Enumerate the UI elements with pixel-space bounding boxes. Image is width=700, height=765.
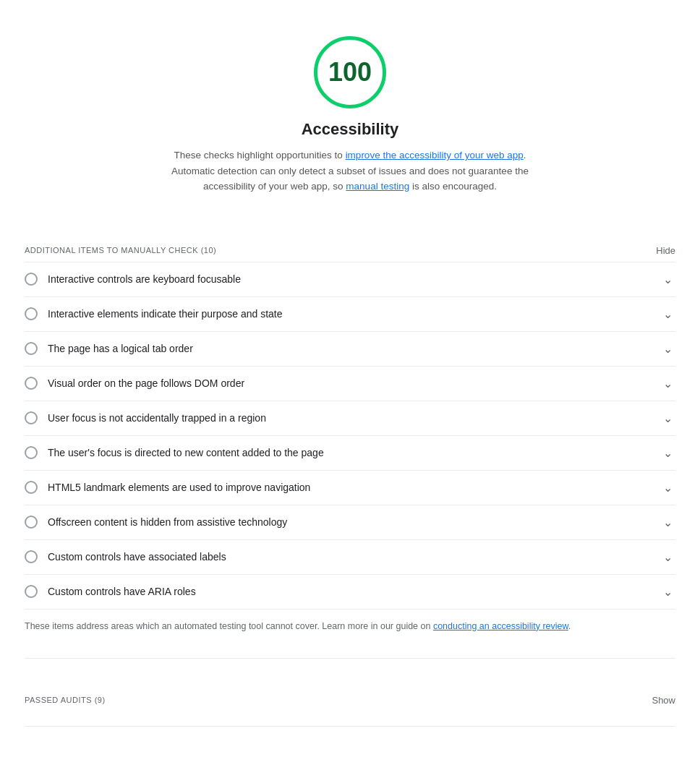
not-applicable-section: NOT APPLICABLE (52) Show bbox=[25, 726, 675, 765]
audit-item-aria-roles[interactable]: Custom controls have ARIA roles ⌄ bbox=[25, 575, 675, 610]
manual-check-title: ADDITIONAL ITEMS TO MANUALLY CHECK (10) bbox=[25, 246, 216, 255]
audit-label: User focus is not accidentally trapped i… bbox=[48, 412, 266, 424]
chevron-down-icon: ⌄ bbox=[660, 446, 675, 460]
manual-note: These items address areas which an autom… bbox=[25, 610, 675, 644]
score-value: 100 bbox=[328, 57, 372, 87]
not-applicable-header: NOT APPLICABLE (52) Show bbox=[25, 748, 675, 765]
audit-item-purpose-state[interactable]: Interactive elements indicate their purp… bbox=[25, 297, 675, 332]
chevron-down-icon: ⌄ bbox=[660, 307, 675, 321]
audit-status-icon bbox=[25, 481, 38, 494]
chevron-down-icon: ⌄ bbox=[660, 516, 675, 529]
audit-item-focus-trap[interactable]: User focus is not accidentally trapped i… bbox=[25, 401, 675, 436]
audit-list: Interactive controls are keyboard focusa… bbox=[25, 262, 675, 610]
hide-manual-button[interactable]: Hide bbox=[656, 245, 675, 256]
audit-item-offscreen-content[interactable]: Offscreen content is hidden from assisti… bbox=[25, 505, 675, 540]
score-title: Accessibility bbox=[302, 120, 399, 139]
manual-note-post: . bbox=[568, 621, 571, 631]
audit-item-associated-labels[interactable]: Custom controls have associated labels ⌄ bbox=[25, 540, 675, 575]
audit-item-keyboard-focusable[interactable]: Interactive controls are keyboard focusa… bbox=[25, 262, 675, 297]
manual-check-count: (10) bbox=[201, 246, 217, 255]
audit-label: The user's focus is directed to new cont… bbox=[48, 447, 324, 458]
passed-audits-section: PASSED AUDITS (9) Show bbox=[25, 658, 675, 711]
chevron-down-icon: ⌄ bbox=[660, 585, 675, 599]
improve-accessibility-link[interactable]: improve the accessibility of your web ap… bbox=[346, 150, 524, 161]
audit-status-icon bbox=[25, 342, 38, 355]
show-not-applicable-button[interactable]: Show bbox=[652, 763, 675, 765]
audit-label: Custom controls have ARIA roles bbox=[48, 586, 196, 597]
chevron-down-icon: ⌄ bbox=[660, 273, 675, 286]
audit-label: Interactive controls are keyboard focusa… bbox=[48, 273, 241, 285]
score-description: These checks highlight opportunities to … bbox=[169, 148, 531, 195]
audit-status-icon bbox=[25, 273, 38, 286]
score-circle: 100 bbox=[314, 36, 386, 108]
manual-testing-link[interactable]: manual testing bbox=[346, 181, 409, 192]
audit-status-icon bbox=[25, 446, 38, 459]
audit-label: Visual order on the page follows DOM ord… bbox=[48, 377, 244, 389]
chevron-down-icon: ⌄ bbox=[660, 377, 675, 390]
passed-audits-title-text: PASSED AUDITS bbox=[25, 696, 92, 704]
chevron-down-icon: ⌄ bbox=[660, 481, 675, 495]
passed-audits-header: PASSED AUDITS (9) Show bbox=[25, 680, 675, 711]
score-section: 100 Accessibility These checks highlight… bbox=[25, 14, 675, 209]
chevron-down-icon: ⌄ bbox=[660, 411, 675, 425]
audit-status-icon bbox=[25, 585, 38, 598]
audit-item-focus-new-content[interactable]: The user's focus is directed to new cont… bbox=[25, 436, 675, 471]
show-passed-button[interactable]: Show bbox=[652, 695, 675, 706]
manual-check-title-text: ADDITIONAL ITEMS TO MANUALLY CHECK bbox=[25, 246, 198, 255]
passed-audits-title: PASSED AUDITS (9) bbox=[25, 696, 106, 704]
audit-label: Offscreen content is hidden from assisti… bbox=[48, 516, 287, 528]
audit-status-icon bbox=[25, 550, 38, 563]
description-pre: These checks highlight opportunities to bbox=[174, 150, 345, 161]
audit-label: Custom controls have associated labels bbox=[48, 551, 226, 563]
manual-check-section-header: ADDITIONAL ITEMS TO MANUALLY CHECK (10) … bbox=[25, 231, 675, 262]
audit-status-icon bbox=[25, 516, 38, 529]
passed-audits-count: (9) bbox=[95, 696, 106, 704]
chevron-down-icon: ⌄ bbox=[660, 550, 675, 564]
audit-item-tab-order[interactable]: The page has a logical tab order ⌄ bbox=[25, 332, 675, 367]
audit-item-landmark-elements[interactable]: HTML5 landmark elements are used to impr… bbox=[25, 471, 675, 505]
audit-label: Interactive elements indicate their purp… bbox=[48, 308, 283, 320]
audit-status-icon bbox=[25, 307, 38, 320]
manual-note-pre: These items address areas which an autom… bbox=[25, 621, 433, 631]
accessibility-review-link[interactable]: conducting an accessibility review bbox=[433, 621, 568, 631]
audit-label: The page has a logical tab order bbox=[48, 343, 193, 354]
audit-item-dom-order[interactable]: Visual order on the page follows DOM ord… bbox=[25, 367, 675, 401]
chevron-down-icon: ⌄ bbox=[660, 342, 675, 356]
audit-status-icon bbox=[25, 411, 38, 424]
audit-status-icon bbox=[25, 377, 38, 390]
description-post: is also encouraged. bbox=[409, 181, 497, 192]
audit-label: HTML5 landmark elements are used to impr… bbox=[48, 482, 310, 493]
